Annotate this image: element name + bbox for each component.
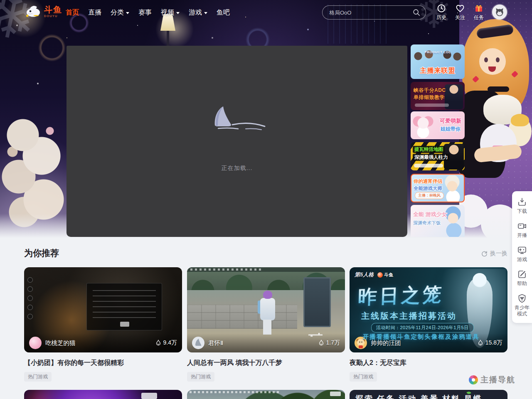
character-art	[260, 298, 275, 320]
side-banner-companion-active[interactable]: 你的通宵伴侣 全能游戏大师 主播：林晚风	[411, 174, 465, 202]
banner-title: 峡谷千分ADC	[414, 87, 446, 94]
shark-mascot-icon	[24, 4, 42, 19]
douyu-logo[interactable]: 斗鱼 DOUYU	[24, 4, 62, 19]
search-icon[interactable]	[412, 8, 421, 17]
logo-text: 斗鱼 DOUYU	[44, 5, 62, 17]
banner-anime-girl-art	[411, 113, 435, 138]
promo-title: 昨日之笼	[357, 281, 445, 310]
banner-title: 你的通宵伴侣	[414, 178, 442, 185]
chevron-down-icon	[204, 12, 207, 14]
douyu-mini-logo: 斗鱼	[377, 272, 393, 278]
stream-title[interactable]: 夜勤人2：无尽宝库	[350, 359, 507, 367]
stream-thumbnail-partial[interactable]	[24, 390, 182, 399]
banner-subtitle: 单排细致教学	[414, 94, 445, 101]
category-tag[interactable]: 热门游戏	[350, 372, 377, 382]
nav-item-video[interactable]: 视频	[161, 8, 180, 17]
banner-title: 主播来联盟	[411, 66, 465, 75]
stream-thumbnail-partial[interactable]	[187, 390, 345, 399]
stream-card: 吃桃芝的猫 9.4万 【小奶团】有你的每一天都很精彩 热门游戏	[24, 267, 182, 382]
stream-title[interactable]: 人间总有一两风 填我十万八千梦	[187, 359, 345, 367]
user-avatar[interactable]	[492, 5, 507, 20]
stream-thumbnail[interactable]: 第5人格 斗鱼 昨日之笼 主线版本主播招募活动 活动时间：2025年11月24日…	[350, 267, 507, 352]
stream-thumbnail-partial[interactable]: 探索 任务 活动 美景 材料 星蝶	[350, 390, 507, 399]
search-input[interactable]	[323, 6, 412, 19]
banner-caption-bar	[415, 103, 449, 107]
fish-icon	[377, 272, 383, 278]
nav-item-yuba[interactable]: 鱼吧	[217, 8, 230, 17]
task-button[interactable]: 任务	[471, 3, 486, 21]
live-player[interactable]: 正在加载...	[66, 46, 407, 237]
nav-item-categories[interactable]: 分类	[111, 8, 129, 17]
game-menu-text: 探索 任务 活动 美景 材料 星蝶	[355, 394, 482, 399]
game-center-button[interactable]: 游戏	[512, 245, 532, 263]
game-monitor-icon	[517, 245, 527, 255]
logo-wordmark: 斗鱼	[44, 5, 62, 14]
side-banner-list: PRODUCT LOL 主播来联盟 峡谷千分ADC 单排细致教学 可爱萌新 姐姐…	[411, 44, 465, 237]
stream-thumbnail[interactable]: 君怀Ⅱ 1.7万	[187, 267, 345, 352]
side-banner-game-girl[interactable]: 全能 游戏少女 深渊奇术下饭	[411, 205, 465, 237]
shark-fin-loader-icon	[206, 105, 268, 131]
download-button[interactable]: 下载	[512, 197, 532, 214]
game-hud-bar	[190, 391, 279, 393]
gift-icon	[474, 3, 484, 13]
promo-footer: 开播看播领斗鱼定制头像框及涂鸦道具	[363, 333, 480, 341]
street-lamp-pole	[167, 31, 169, 47]
shark-avatar-icon	[192, 337, 204, 349]
stream-thumbnail[interactable]: 吃桃芝的猫 9.4万	[24, 267, 182, 352]
streamer-name: 君怀Ⅱ	[208, 339, 223, 347]
history-button[interactable]: 历史	[434, 3, 449, 21]
cat-avatar-icon	[494, 7, 505, 17]
banner-title: 全能 游戏少女	[413, 211, 447, 218]
hud-chip	[330, 392, 341, 396]
chevron-down-icon	[176, 12, 180, 14]
stream-card: 第5人格 斗鱼 昨日之笼 主线版本主播招募活动 活动时间：2025年11月24日…	[350, 267, 507, 382]
pinwheel-icon	[469, 375, 478, 384]
douyu-homepage: ❄ ❄ 斗鱼 DOUYU	[0, 0, 532, 399]
streamer-nav-watermark: 主播导航	[469, 374, 515, 385]
logo-caption: DOUYU	[44, 15, 62, 17]
nav-item-live[interactable]: 直播	[88, 8, 101, 17]
stream-info-overlay: 吃桃芝的猫 9.4万	[24, 333, 182, 352]
clock-icon	[436, 3, 446, 13]
banner-subtitle: 深渊最强人柱力	[413, 154, 450, 161]
help-button[interactable]: 帮助	[512, 269, 532, 287]
banner-caption-bar	[414, 164, 443, 167]
banner-badge: PRODUCT LOL	[411, 50, 465, 54]
category-tag[interactable]: 热门游戏	[187, 372, 214, 382]
flame-icon	[318, 340, 324, 346]
stream-info-overlay: 君怀Ⅱ 1.7万	[187, 333, 345, 352]
search-bar	[322, 5, 426, 20]
banner-anime-boy-art	[441, 175, 464, 202]
nav-item-home[interactable]: 首页	[66, 8, 79, 17]
banner-subtitle: 全能游戏大师	[414, 185, 442, 192]
refresh-icon	[481, 251, 488, 257]
heart-icon	[455, 3, 465, 13]
flame-icon	[155, 340, 161, 346]
top-navigation-bar: 斗鱼 DOUYU 首页 直播 分类 赛事 视频 游戏 鱼吧 历史	[0, 0, 532, 25]
streamer-name: 吃桃芝的猫	[45, 339, 76, 347]
stream-card: 君怀Ⅱ 1.7万 人间总有一两风 填我十万八千梦 热门游戏	[187, 267, 345, 382]
nav-item-esports[interactable]: 赛事	[138, 8, 152, 17]
teen-mode-button[interactable]: 青少年模式	[512, 293, 532, 317]
banner-title: 可爱萌新	[440, 117, 461, 125]
start-broadcast-button[interactable]: 开播	[512, 221, 532, 239]
side-banner-teyvat[interactable]: 提瓦特活地图 深渊最强人柱力	[411, 142, 465, 170]
side-banner-lol[interactable]: PRODUCT LOL 主播来联盟	[411, 44, 465, 79]
nav-item-games[interactable]: 游戏	[189, 8, 207, 17]
category-tag[interactable]: 热门游戏	[24, 372, 52, 382]
pencil-edit-icon	[517, 269, 527, 279]
streamer-avatar	[29, 337, 42, 349]
side-banner-adc[interactable]: 峡谷千分ADC 单排细致教学	[411, 82, 465, 110]
follow-button[interactable]: 关注	[453, 3, 468, 21]
refresh-recommendations-button[interactable]: 换一换	[481, 250, 507, 257]
banner-subtitle: 深渊奇术下饭	[413, 220, 441, 226]
wall-art	[187, 305, 297, 329]
streamer-avatar	[192, 337, 204, 349]
watermark-label: 主播导航	[480, 374, 515, 385]
player-loading-text: 正在加载...	[222, 165, 253, 172]
game-hud-bar	[187, 267, 345, 272]
stream-title[interactable]: 【小奶团】有你的每一天都很精彩	[24, 359, 182, 367]
character-head-art	[263, 291, 272, 299]
promo-subtitle: 主线版本主播招募活动	[361, 310, 457, 322]
side-banner-newbie[interactable]: 可爱萌新 姐姐带你	[411, 111, 465, 139]
